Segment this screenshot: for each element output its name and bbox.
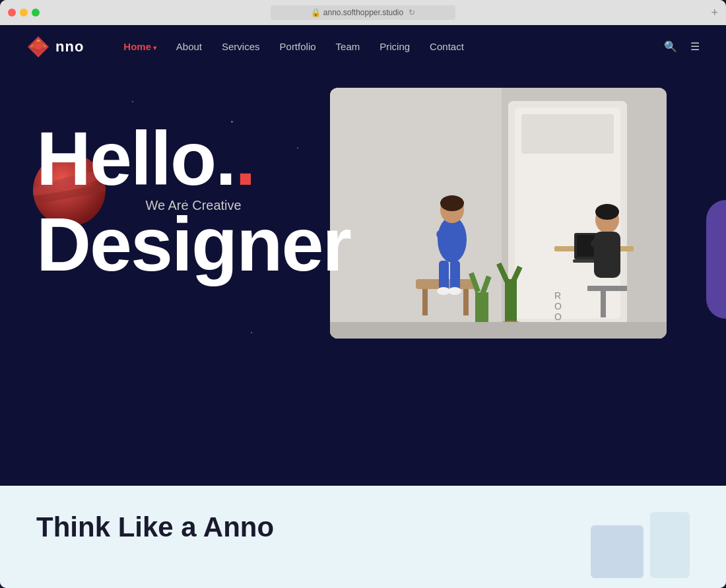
svg-point-22 [448,287,461,295]
title-bar: 🔒 anno.softhopper.studio ↻ + [0,0,726,25]
nav-item-portfolio[interactable]: Portfolio [280,41,316,52]
nav-item-home[interactable]: Home [123,41,156,52]
hero-hello-text: Hello.. [36,121,350,197]
hero-text-block: Hello.. We Are Creative Designer [36,121,350,282]
think-like-text: Think Like a Anno [36,512,274,542]
lock-icon: 🔒 [311,8,321,17]
bottom-placeholder-box1 [591,525,644,578]
logo-area[interactable]: nno [26,35,84,59]
svg-rect-28 [505,279,517,325]
svg-rect-34 [601,291,606,317]
hero-designer-text: Designer [36,207,350,282]
svg-rect-15 [463,289,469,315]
svg-rect-40 [594,232,620,278]
svg-rect-43 [330,322,667,339]
svg-rect-3 [36,44,41,49]
purple-blob-decoration [706,200,726,319]
svg-rect-19 [439,261,449,290]
star-7 [251,332,252,333]
bottom-placeholder-box2 [650,512,690,578]
new-tab-button[interactable]: + [711,6,718,20]
refresh-icon[interactable]: ↻ [409,8,415,17]
nav-item-contact[interactable]: Contact [430,41,464,52]
browser-window: 🔒 anno.softhopper.studio ↻ + nno Home Ab [0,0,726,588]
bottom-section: Think Like a Anno [0,486,726,588]
hero-image: R O O M [330,88,667,339]
svg-rect-20 [450,261,460,290]
url-text: anno.softhopper.studio [323,8,403,17]
traffic-lights [8,9,40,16]
svg-rect-14 [422,289,428,315]
svg-rect-24 [475,292,488,325]
svg-text:O: O [554,311,562,322]
nav-item-services[interactable]: Services [222,41,260,52]
nav-item-pricing[interactable]: Pricing [380,41,410,52]
bottom-image-placeholder [591,512,690,578]
nav-links: Home About Services Portfolio Team Prici… [123,41,664,52]
logo-text: nno [55,38,84,55]
address-bar[interactable]: 🔒 anno.softhopper.studio ↻ [271,5,455,20]
svg-text:O: O [554,301,562,311]
svg-rect-8 [521,114,614,154]
nav-icons: 🔍 ☰ [664,40,700,53]
svg-point-18 [440,195,464,211]
star-1 [132,101,133,102]
site-content: nno Home About Services Portfolio Team P… [0,25,726,588]
navbar: nno Home About Services Portfolio Team P… [0,25,726,68]
svg-rect-33 [587,286,627,291]
close-button[interactable] [8,9,16,16]
search-icon[interactable]: 🔍 [664,40,677,53]
svg-text:R: R [554,290,561,301]
nav-item-team[interactable]: Team [336,41,360,52]
hero-section: Hello.. We Are Creative Designer [0,68,726,486]
nav-item-about[interactable]: About [176,41,202,52]
office-scene-svg: R O O M [330,88,667,339]
minimize-button[interactable] [20,9,28,16]
logo-icon [26,35,50,59]
svg-point-41 [595,204,619,220]
menu-icon[interactable]: ☰ [690,40,700,53]
maximize-button[interactable] [32,9,40,16]
svg-rect-42 [591,240,614,247]
hello-dot: . [235,116,255,201]
